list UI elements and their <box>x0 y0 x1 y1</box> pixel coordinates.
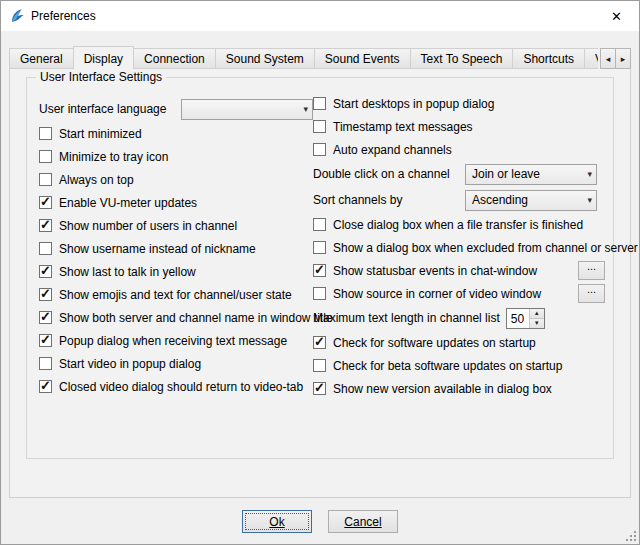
checkbox[interactable] <box>39 242 52 255</box>
checkbox-row-auto-expand[interactable]: Auto expand channels <box>313 138 605 161</box>
tab-general[interactable]: General <box>9 48 74 69</box>
checkbox-row-timestamp-messages[interactable]: Timestamp text messages <box>313 115 605 138</box>
checkbox-row-server-channel-title[interactable]: Show both server and channel name in win… <box>39 306 313 329</box>
checkbox[interactable] <box>39 265 52 278</box>
spin-down-icon[interactable]: ▼ <box>530 318 544 328</box>
dialog-footer: Ok Cancel <box>1 510 639 534</box>
checkbox-row-last-to-talk[interactable]: Show last to talk in yellow <box>39 260 313 283</box>
checkbox-row-video-source-corner[interactable]: Show source in corner of video window ..… <box>313 282 605 305</box>
checkbox[interactable] <box>313 97 326 110</box>
checkbox-row-start-minimized[interactable]: Start minimized <box>39 122 313 145</box>
checkbox[interactable] <box>313 336 326 349</box>
window-title: Preferences <box>31 9 96 23</box>
max-text-length-stepper[interactable]: 50 ▲ ▼ <box>506 308 545 329</box>
checkbox-row-statusbar-events[interactable]: Show statusbar events in chat-window ... <box>313 259 605 282</box>
checkbox-label: Show statusbar events in chat-window <box>333 264 537 278</box>
titlebar[interactable]: Preferences ✕ <box>1 1 639 31</box>
user-interface-settings-group: User Interface Settings User interface l… <box>26 77 614 459</box>
checkbox-row-vu-meter[interactable]: Enable VU-meter updates <box>39 191 313 214</box>
checkbox[interactable] <box>39 311 52 324</box>
cancel-button[interactable]: Cancel <box>328 510 398 533</box>
checkbox[interactable] <box>313 218 326 231</box>
checkbox[interactable] <box>39 219 52 232</box>
checkbox-label: Start video in popup dialog <box>59 357 201 371</box>
checkbox-label: Close dialog box when a file transfer is… <box>333 218 583 232</box>
sort-channels-row: Sort channels by Ascending ▾ <box>313 187 605 213</box>
checkbox-label: Show new version available in dialog box <box>333 382 552 396</box>
checkbox-label: Show last to talk in yellow <box>59 265 196 279</box>
checkbox[interactable] <box>313 359 326 372</box>
checkbox-row-username-instead-nickname[interactable]: Show username instead of nickname <box>39 237 313 260</box>
checkbox[interactable] <box>39 380 52 393</box>
checkbox-row-check-updates[interactable]: Check for software updates on startup <box>313 331 605 354</box>
checkbox-label: Enable VU-meter updates <box>59 196 197 210</box>
group-title: User Interface Settings <box>36 70 166 84</box>
checkbox[interactable] <box>313 287 326 300</box>
checkbox-row-closed-video-return[interactable]: Closed video dialog should return to vid… <box>39 375 313 398</box>
checkbox-label: Show source in corner of video window <box>333 287 541 301</box>
checkbox-label: Check for beta software updates on start… <box>333 359 562 373</box>
max-text-length-label: Maximum text length in channel list <box>313 311 500 325</box>
checkbox[interactable] <box>39 288 52 301</box>
checkbox-row-emojis-text[interactable]: Show emojis and text for channel/user st… <box>39 283 313 306</box>
double-click-value: Join or leave <box>472 167 540 181</box>
checkbox[interactable] <box>39 334 52 347</box>
max-text-length-row: Maximum text length in channel list 50 ▲… <box>313 305 605 331</box>
checkbox-label: Auto expand channels <box>333 143 452 157</box>
tab-sound-system[interactable]: Sound System <box>215 48 315 69</box>
checkbox-row-always-on-top[interactable]: Always on top <box>39 168 313 191</box>
checkbox-row-excluded-dialog[interactable]: Show a dialog box when excluded from cha… <box>313 236 605 259</box>
checkbox-row-close-on-transfer[interactable]: Close dialog box when a file transfer is… <box>313 213 605 236</box>
checkbox[interactable] <box>313 143 326 156</box>
checkbox-label: Minimize to tray icon <box>59 150 168 164</box>
checkbox-row-check-beta-updates[interactable]: Check for beta software updates on start… <box>313 354 605 377</box>
checkbox[interactable] <box>313 241 326 254</box>
statusbar-events-more-button[interactable]: ... <box>578 261 605 280</box>
spinner-buttons: ▲ ▼ <box>529 309 544 328</box>
double-click-select[interactable]: Join or leave ▾ <box>465 164 597 185</box>
checkbox[interactable] <box>39 196 52 209</box>
sort-channels-select[interactable]: Ascending ▾ <box>465 190 597 211</box>
max-text-length-value[interactable]: 50 <box>507 309 529 328</box>
ok-button[interactable]: Ok <box>242 510 312 533</box>
checkbox-label: Show emojis and text for channel/user st… <box>59 288 292 302</box>
display-tab-panel: User Interface Settings User interface l… <box>9 68 631 498</box>
language-row: User interface language ▾ <box>39 96 313 122</box>
tab-connection[interactable]: Connection <box>133 48 216 69</box>
checkbox[interactable] <box>39 357 52 370</box>
chevron-down-icon: ▾ <box>299 104 308 114</box>
tab-display[interactable]: Display <box>73 46 134 69</box>
checkbox[interactable] <box>313 382 326 395</box>
checkbox-label: Always on top <box>59 173 134 187</box>
checkbox-label: Start minimized <box>59 127 142 141</box>
checkbox[interactable] <box>39 127 52 140</box>
checkbox-row-desktops-popup[interactable]: Start desktops in popup dialog <box>313 92 605 115</box>
tab-scroll-control: ◂ ▸ <box>598 48 631 69</box>
checkbox-label: Start desktops in popup dialog <box>333 97 494 111</box>
language-label: User interface language <box>39 102 166 116</box>
checkbox[interactable] <box>39 173 52 186</box>
checkbox-row-show-user-count[interactable]: Show number of users in channel <box>39 214 313 237</box>
close-icon[interactable]: ✕ <box>594 1 639 31</box>
sort-channels-value: Ascending <box>472 193 528 207</box>
tab-text-to-speech[interactable]: Text To Speech <box>410 48 514 69</box>
checkbox-label: Closed video dialog should return to vid… <box>59 380 303 394</box>
checkbox[interactable] <box>313 120 326 133</box>
chevron-down-icon: ▾ <box>583 169 592 179</box>
double-click-row: Double click on a channel Join or leave … <box>313 161 605 187</box>
resize-grip[interactable] <box>624 529 637 542</box>
checkbox-row-popup-text-message[interactable]: Popup dialog when receiving text message <box>39 329 313 352</box>
checkbox-row-new-version-dialog[interactable]: Show new version available in dialog box <box>313 377 605 400</box>
spin-up-icon[interactable]: ▲ <box>530 309 544 318</box>
checkbox-row-minimize-to-tray[interactable]: Minimize to tray icon <box>39 145 313 168</box>
tab-scroll-right-icon[interactable]: ▸ <box>615 48 631 69</box>
tab-bar: General Display Connection Sound System … <box>9 45 631 69</box>
tab-shortcuts[interactable]: Shortcuts <box>512 48 585 69</box>
checkbox[interactable] <box>313 264 326 277</box>
checkbox[interactable] <box>39 150 52 163</box>
checkbox-row-video-popup[interactable]: Start video in popup dialog <box>39 352 313 375</box>
video-source-more-button[interactable]: ... <box>578 284 605 303</box>
tab-scroll-left-icon[interactable]: ◂ <box>600 48 616 69</box>
tab-sound-events[interactable]: Sound Events <box>314 48 411 69</box>
language-select[interactable]: ▾ <box>181 99 313 120</box>
